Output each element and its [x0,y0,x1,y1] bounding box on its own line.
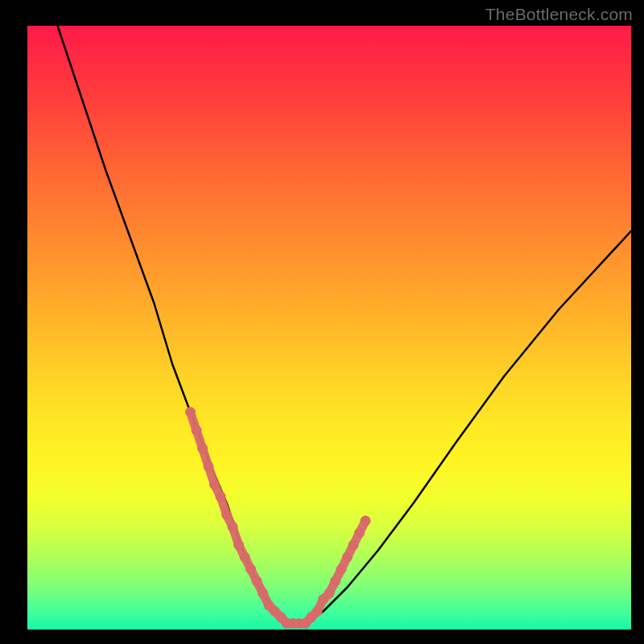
highlight-dot [228,522,238,532]
plot-area [27,26,631,630]
highlight-dot [233,540,244,551]
highlight-dot [324,588,335,599]
highlight-dot [336,564,347,575]
highlight-dot [204,461,214,472]
highlight-dot [192,425,202,436]
watermark-text: TheBottleneck.com [485,5,633,24]
highlight-dot [330,576,341,587]
chart-frame: TheBottleneck.com [0,0,644,644]
highlight-dot [342,552,353,563]
highlight-dot [361,516,371,526]
highlight-dot [258,588,268,599]
highlight-dot [240,552,250,563]
highlight-dot [246,564,256,575]
highlight-dot [221,510,232,520]
highlight-dot [252,576,262,587]
curve-layer [27,26,631,630]
highlight-dot [312,606,323,617]
highlight-dot [185,407,196,418]
highlight-dot [197,444,208,454]
highlight-band [191,412,366,624]
highlight-dot [349,540,359,551]
highlight-dot [216,492,226,502]
highlight-dot [209,480,220,490]
bottleneck-curve [58,26,632,624]
highlight-dot [354,528,365,539]
